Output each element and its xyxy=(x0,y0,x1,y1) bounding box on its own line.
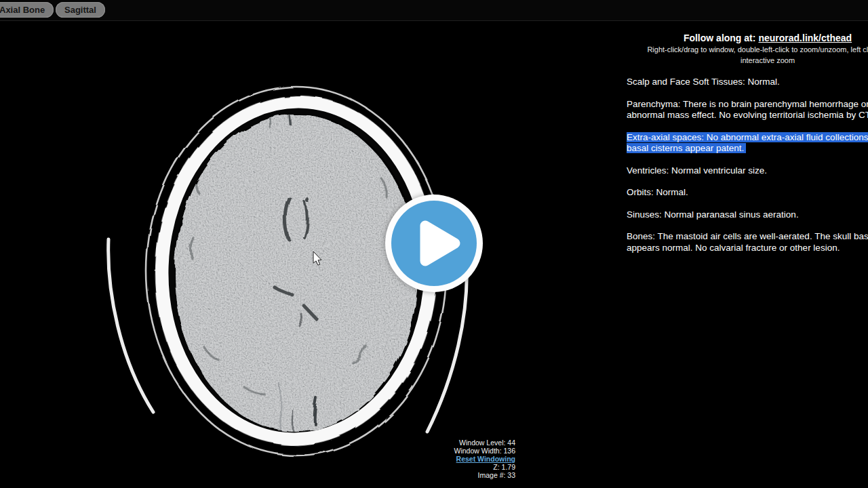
report-line: Sinuses: Normal paranasal sinus aeration… xyxy=(627,209,799,220)
report-paragraph-ventricles: Ventricles: Normal ventricular size. xyxy=(627,165,868,177)
report-paragraph-sinuses: Sinuses: Normal paranasal sinus aeration… xyxy=(627,209,868,221)
report-panel: Head CT Template Follow along at:neurora… xyxy=(626,0,868,488)
ct-axial-image xyxy=(0,21,626,488)
report-line: appears normal. No calvarial fracture or… xyxy=(627,243,840,253)
tab-axial-bone[interactable]: Axial Bone xyxy=(0,2,54,18)
report-line-selected: Extra-axial spaces: No abnormal extra-ax… xyxy=(627,132,868,142)
neurorad-link[interactable]: neurorad.link/cthead xyxy=(758,33,852,43)
reset-windowing-link[interactable]: Reset Windowing xyxy=(456,455,515,463)
report-paragraph-bones: Bones: The mastoid air cells are well-ae… xyxy=(627,231,868,253)
report-line-selected: basal cisterns appear patent. xyxy=(627,143,746,153)
report-line: Scalp and Face Soft Tissues: Normal. xyxy=(627,77,780,87)
report-paragraph-parenchyma: Parenchyma: There is no brain parenchyma… xyxy=(627,99,868,121)
viewer-toolbar: Axial Bone Sagittal xyxy=(0,0,868,21)
follow-along-line: Follow along at:neurorad.link/cthead xyxy=(626,32,868,44)
report-paragraph-extra-axial: Extra-axial spaces: No abnormal extra-ax… xyxy=(627,132,868,155)
report-line: Ventricles: Normal ventricular size. xyxy=(627,165,767,176)
ct-viewport[interactable]: Window Level: 44 Window Width: 136 Reset… xyxy=(0,21,626,488)
windowing-overlay: Window Level: 44 Window Width: 136 Reset… xyxy=(454,439,515,479)
report-paragraph-orbits: Orbits: Normal. xyxy=(627,187,868,199)
play-icon xyxy=(391,201,477,286)
tab-sagittal[interactable]: Sagittal xyxy=(56,2,105,18)
image-number-value: Image #: 33 xyxy=(454,471,515,479)
instructions-line-1: Right-click/drag to window, double-left-… xyxy=(626,45,868,55)
report-line: Parenchyma: There is no brain parenchyma… xyxy=(627,99,868,109)
follow-along-label: Follow along at: xyxy=(684,33,756,43)
instructions-line-2: interactive zoom xyxy=(626,56,868,66)
report-line: abnormal mass effect. No evolving territ… xyxy=(627,110,868,120)
z-position-value: Z: 1.79 xyxy=(454,463,515,471)
report-line: Orbits: Normal. xyxy=(627,187,688,197)
window-width-value: Window Width: 136 xyxy=(454,447,515,455)
report-paragraph-scalp: Scalp and Face Soft Tissues: Normal. xyxy=(627,77,868,88)
report-line: Bones: The mastoid air cells are well-ae… xyxy=(627,231,868,241)
video-play-button[interactable] xyxy=(385,195,483,292)
window-level-value: Window Level: 44 xyxy=(454,439,515,447)
app-window: Axial Bone Sagittal xyxy=(0,0,868,488)
report-text: Scalp and Face Soft Tissues: Normal. Par… xyxy=(626,77,868,253)
